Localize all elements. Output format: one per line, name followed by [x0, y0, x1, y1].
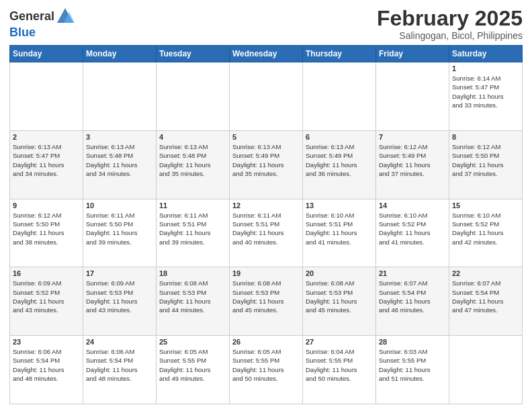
cell-info: Sunrise: 6:11 AM Sunset: 5:51 PM Dayligh…: [159, 211, 226, 246]
cell-info: Sunrise: 6:03 AM Sunset: 5:55 PM Dayligh…: [379, 347, 446, 383]
day-number: 16: [13, 269, 80, 277]
table-row: 14Sunrise: 6:10 AM Sunset: 5:52 PM Dayli…: [376, 199, 449, 267]
day-number: 4: [159, 133, 226, 141]
day-number: 1: [452, 64, 519, 73]
table-row: [303, 62, 376, 131]
header-wednesday: Wednesday: [230, 46, 303, 62]
table-row: [376, 62, 449, 131]
calendar-week-row: 1Sunrise: 6:14 AM Sunset: 5:47 PM Daylig…: [10, 62, 523, 131]
day-number: 15: [452, 201, 519, 210]
table-row: 21Sunrise: 6:07 AM Sunset: 5:54 PM Dayli…: [376, 267, 449, 336]
day-number: 18: [159, 269, 226, 277]
cell-info: Sunrise: 6:12 AM Sunset: 5:50 PM Dayligh…: [13, 211, 80, 246]
table-row: 19Sunrise: 6:08 AM Sunset: 5:53 PM Dayli…: [230, 267, 303, 336]
day-number: 22: [452, 269, 519, 277]
day-number: 9: [13, 201, 80, 210]
table-row: 26Sunrise: 6:05 AM Sunset: 5:55 PM Dayli…: [230, 336, 303, 404]
table-row: 24Sunrise: 6:06 AM Sunset: 5:54 PM Dayli…: [83, 336, 157, 404]
page: General Blue February 2025 Salingogan, B…: [0, 0, 532, 411]
header-thursday: Thursday: [303, 46, 376, 62]
table-row: 12Sunrise: 6:11 AM Sunset: 5:51 PM Dayli…: [230, 199, 303, 267]
day-number: 24: [86, 338, 153, 346]
calendar-week-row: 2Sunrise: 6:13 AM Sunset: 5:47 PM Daylig…: [10, 130, 523, 199]
table-row: 9Sunrise: 6:12 AM Sunset: 5:50 PM Daylig…: [10, 199, 83, 267]
table-row: 18Sunrise: 6:08 AM Sunset: 5:53 PM Dayli…: [157, 267, 230, 336]
day-number: 20: [306, 269, 373, 277]
cell-info: Sunrise: 6:06 AM Sunset: 5:54 PM Dayligh…: [86, 347, 153, 383]
cell-info: Sunrise: 6:05 AM Sunset: 5:55 PM Dayligh…: [232, 347, 300, 383]
table-row: 3Sunrise: 6:13 AM Sunset: 5:48 PM Daylig…: [83, 130, 157, 199]
day-number: 14: [379, 201, 446, 210]
table-row: 15Sunrise: 6:10 AM Sunset: 5:52 PM Dayli…: [449, 199, 523, 267]
table-row: [230, 62, 303, 131]
table-row: [83, 62, 157, 131]
day-number: 10: [86, 201, 153, 210]
header-monday: Monday: [83, 46, 157, 62]
title-block: February 2025 Salingogan, Bicol, Philipp…: [377, 7, 523, 41]
table-row: 28Sunrise: 6:03 AM Sunset: 5:55 PM Dayli…: [376, 336, 449, 404]
table-row: 7Sunrise: 6:12 AM Sunset: 5:49 PM Daylig…: [376, 130, 449, 199]
cell-info: Sunrise: 6:11 AM Sunset: 5:51 PM Dayligh…: [232, 211, 300, 246]
cell-info: Sunrise: 6:10 AM Sunset: 5:52 PM Dayligh…: [379, 211, 446, 246]
logo-general-text: General: [9, 9, 54, 24]
cell-info: Sunrise: 6:13 AM Sunset: 5:49 PM Dayligh…: [232, 142, 300, 178]
header: General Blue February 2025 Salingogan, B…: [9, 7, 523, 41]
day-number: 23: [13, 338, 80, 346]
month-title: February 2025: [377, 7, 523, 30]
cell-info: Sunrise: 6:06 AM Sunset: 5:54 PM Dayligh…: [13, 347, 80, 383]
header-tuesday: Tuesday: [157, 46, 230, 62]
table-row: 1Sunrise: 6:14 AM Sunset: 5:47 PM Daylig…: [449, 62, 523, 131]
day-number: 25: [159, 338, 226, 346]
cell-info: Sunrise: 6:09 AM Sunset: 5:53 PM Dayligh…: [86, 279, 153, 314]
calendar-week-row: 16Sunrise: 6:09 AM Sunset: 5:52 PM Dayli…: [10, 267, 523, 336]
cell-info: Sunrise: 6:08 AM Sunset: 5:53 PM Dayligh…: [159, 279, 226, 314]
header-friday: Friday: [376, 46, 449, 62]
day-number: 3: [86, 133, 153, 141]
day-number: 17: [86, 269, 153, 277]
table-row: [10, 62, 83, 131]
cell-info: Sunrise: 6:07 AM Sunset: 5:54 PM Dayligh…: [452, 279, 519, 314]
table-row: 22Sunrise: 6:07 AM Sunset: 5:54 PM Dayli…: [449, 267, 523, 336]
table-row: 8Sunrise: 6:12 AM Sunset: 5:50 PM Daylig…: [449, 130, 523, 199]
table-row: 17Sunrise: 6:09 AM Sunset: 5:53 PM Dayli…: [83, 267, 157, 336]
cell-info: Sunrise: 6:14 AM Sunset: 5:47 PM Dayligh…: [452, 74, 519, 109]
day-number: 12: [232, 201, 300, 210]
cell-info: Sunrise: 6:05 AM Sunset: 5:55 PM Dayligh…: [159, 347, 226, 383]
table-row: 10Sunrise: 6:11 AM Sunset: 5:50 PM Dayli…: [83, 199, 157, 267]
location: Salingogan, Bicol, Philippines: [377, 30, 523, 41]
day-number: 6: [306, 133, 373, 141]
day-number: 27: [306, 338, 373, 346]
table-row: 13Sunrise: 6:10 AM Sunset: 5:51 PM Dayli…: [303, 199, 376, 267]
day-number: 26: [232, 338, 300, 346]
calendar-header-row: Sunday Monday Tuesday Wednesday Thursday…: [10, 46, 523, 62]
table-row: 23Sunrise: 6:06 AM Sunset: 5:54 PM Dayli…: [10, 336, 83, 404]
logo-blue-text: Blue: [9, 26, 36, 40]
header-saturday: Saturday: [449, 46, 523, 62]
cell-info: Sunrise: 6:12 AM Sunset: 5:50 PM Dayligh…: [452, 142, 519, 178]
table-row: 4Sunrise: 6:13 AM Sunset: 5:48 PM Daylig…: [157, 130, 230, 199]
day-number: 21: [379, 269, 446, 277]
table-row: 25Sunrise: 6:05 AM Sunset: 5:55 PM Dayli…: [157, 336, 230, 404]
calendar-week-row: 23Sunrise: 6:06 AM Sunset: 5:54 PM Dayli…: [10, 336, 523, 404]
day-number: 28: [379, 338, 446, 346]
cell-info: Sunrise: 6:11 AM Sunset: 5:50 PM Dayligh…: [86, 211, 153, 246]
day-number: 2: [13, 133, 80, 141]
table-row: 2Sunrise: 6:13 AM Sunset: 5:47 PM Daylig…: [10, 130, 83, 199]
day-number: 19: [232, 269, 300, 277]
table-row: 5Sunrise: 6:13 AM Sunset: 5:49 PM Daylig…: [230, 130, 303, 199]
cell-info: Sunrise: 6:08 AM Sunset: 5:53 PM Dayligh…: [306, 279, 373, 314]
calendar-table: Sunday Monday Tuesday Wednesday Thursday…: [9, 45, 523, 404]
cell-info: Sunrise: 6:13 AM Sunset: 5:47 PM Dayligh…: [13, 142, 80, 178]
day-number: 7: [379, 133, 446, 141]
day-number: 5: [232, 133, 300, 141]
cell-info: Sunrise: 6:13 AM Sunset: 5:48 PM Dayligh…: [86, 142, 153, 178]
table-row: 16Sunrise: 6:09 AM Sunset: 5:52 PM Dayli…: [10, 267, 83, 336]
cell-info: Sunrise: 6:13 AM Sunset: 5:48 PM Dayligh…: [159, 142, 226, 178]
cell-info: Sunrise: 6:10 AM Sunset: 5:52 PM Dayligh…: [452, 211, 519, 246]
cell-info: Sunrise: 6:10 AM Sunset: 5:51 PM Dayligh…: [306, 211, 373, 246]
cell-info: Sunrise: 6:13 AM Sunset: 5:49 PM Dayligh…: [306, 142, 373, 178]
logo: General Blue: [9, 7, 75, 40]
table-row: 27Sunrise: 6:04 AM Sunset: 5:55 PM Dayli…: [303, 336, 376, 404]
day-number: 11: [159, 201, 226, 210]
calendar-week-row: 9Sunrise: 6:12 AM Sunset: 5:50 PM Daylig…: [10, 199, 523, 267]
